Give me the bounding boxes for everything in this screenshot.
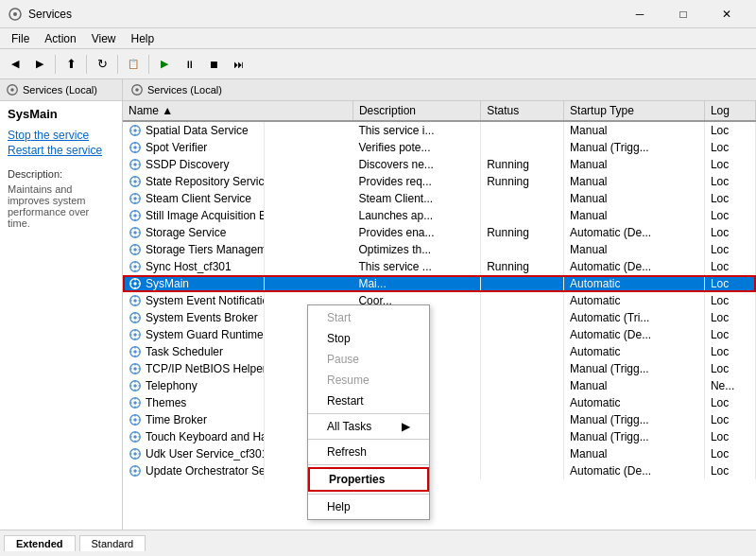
window-title: Services <box>28 8 618 21</box>
svg-point-115 <box>133 435 137 439</box>
table-row[interactable]: System Events BrokerCoor...Automatic (Tr… <box>123 309 756 326</box>
toolbar-pause[interactable]: ⏸ <box>178 53 200 76</box>
cell-log: Loc <box>704 326 755 343</box>
cell-log: Loc <box>704 428 755 445</box>
cell-description: This service i... <box>352 121 480 139</box>
service-name-text: Themes <box>146 396 186 409</box>
table-row[interactable]: System Event Notification S...Coor...Aut… <box>123 292 756 309</box>
table-row[interactable]: TCP/IP NetBIOS HelperProv...Manual (Trig… <box>123 360 756 377</box>
minimize-button[interactable]: ─ <box>618 0 662 28</box>
tab-extended[interactable]: Extended <box>4 535 76 551</box>
toolbar-properties[interactable]: 📋 <box>122 53 145 76</box>
toolbar-play[interactable]: ▶ <box>153 53 176 76</box>
table-row[interactable]: TelephonyProv...ManualNe... <box>123 377 756 394</box>
service-description: Description: Maintains and improves syst… <box>8 168 114 229</box>
status-bar: Extended Standard <box>0 530 756 556</box>
table-row[interactable]: System Guard Runtime Mon...Mon...Automat… <box>123 326 756 343</box>
col-name[interactable]: Name ▲ <box>123 101 352 121</box>
svg-point-91 <box>133 367 137 371</box>
table-row[interactable]: Task SchedulerEnal...AutomaticLoc <box>123 343 756 360</box>
context-menu-item-help[interactable]: Help <box>308 496 429 517</box>
cell-status <box>481 377 564 394</box>
stop-service-link[interactable]: Stop the service <box>8 129 114 142</box>
table-row[interactable]: Touch Keyboard and Handw...Enal...Manual… <box>123 428 756 445</box>
toolbar-sep3 <box>117 55 118 74</box>
table-row[interactable]: Udk User Service_cf301Shel...ManualLoc <box>123 445 756 462</box>
toolbar-back[interactable]: ◀ <box>4 53 26 76</box>
context-menu-item-restart[interactable]: Restart <box>308 391 429 411</box>
cell-description: Steam Client... <box>352 190 480 207</box>
cell-log: Loc <box>704 411 755 428</box>
context-menu-item-stop[interactable]: Stop <box>308 328 429 349</box>
cell-service-name: System Guard Runtime Mon... <box>123 326 265 343</box>
cell-status <box>481 394 564 411</box>
table-row[interactable]: Spot VerifierVerifies pote...Manual (Tri… <box>123 139 756 156</box>
cell-description: This service ... <box>352 258 480 275</box>
service-name-text: System Event Notification S... <box>146 294 265 307</box>
table-row[interactable]: Sync Host_cf301This service ...RunningAu… <box>123 258 756 275</box>
menu-action[interactable]: Action <box>37 30 83 47</box>
service-icon <box>129 311 142 324</box>
service-name-text: System Events Broker <box>146 311 258 324</box>
context-menu-item-all-tasks[interactable]: All Tasks▶ <box>308 416 429 437</box>
close-button[interactable]: ✕ <box>705 0 748 28</box>
services-table-wrapper[interactable]: Name ▲ Description Status Startup Type L… <box>123 101 756 530</box>
col-description[interactable]: Description <box>352 101 480 121</box>
cell-startup-type: Manual <box>564 156 705 173</box>
cell-service-name: SysMain <box>123 275 265 292</box>
cell-description: Optimizes th... <box>352 241 480 258</box>
cell-status <box>481 343 564 360</box>
cell-status: Running <box>481 173 564 190</box>
toolbar-restart[interactable]: ⏭ <box>227 53 249 76</box>
toolbar-stop[interactable]: ⏹ <box>202 53 225 76</box>
table-row[interactable]: Time BrokerCoor...Manual (Trigg...Loc <box>123 411 756 428</box>
cell-status <box>481 190 564 207</box>
table-row[interactable]: Storage Tiers ManagementOptimizes th...M… <box>123 241 756 258</box>
col-startup-type[interactable]: Startup Type <box>564 101 705 121</box>
context-menu-separator <box>308 494 429 495</box>
svg-point-43 <box>133 231 137 235</box>
col-log[interactable]: Log <box>704 101 755 121</box>
menu-view[interactable]: View <box>84 30 124 47</box>
svg-point-109 <box>133 418 137 422</box>
context-menu-item-refresh[interactable]: Refresh <box>308 442 429 462</box>
service-name-text: Spot Verifier <box>146 141 207 154</box>
restart-service-link[interactable]: Restart the service <box>8 144 114 157</box>
cell-status <box>481 292 564 309</box>
service-name-text: State Repository Service <box>146 175 265 188</box>
col-status[interactable]: Status <box>481 101 564 121</box>
table-row[interactable]: SysMainMai...AutomaticLoc <box>123 275 756 292</box>
cell-log: Loc <box>704 173 755 190</box>
toolbar-up[interactable]: ⬆ <box>60 53 82 76</box>
toolbar-refresh[interactable]: ↻ <box>91 53 113 76</box>
table-row[interactable]: Still Image Acquisition EventsLaunches a… <box>123 207 756 224</box>
context-menu-item-properties[interactable]: Properties <box>308 467 429 492</box>
title-bar: Services ─ □ ✕ <box>0 0 756 28</box>
table-row[interactable]: State Repository ServiceProvides req...R… <box>123 173 756 190</box>
table-row[interactable]: SSDP DiscoveryDiscovers ne...RunningManu… <box>123 156 756 173</box>
cell-log: Loc <box>704 207 755 224</box>
table-row[interactable]: Steam Client ServiceSteam Client...Manua… <box>123 190 756 207</box>
svg-point-19 <box>133 163 137 166</box>
svg-point-13 <box>133 146 137 149</box>
table-row[interactable]: Spatial Data ServiceThis service i...Man… <box>123 121 756 139</box>
cell-startup-type: Automatic (De... <box>564 326 705 343</box>
svg-point-127 <box>133 469 137 473</box>
cell-log: Loc <box>704 309 755 326</box>
service-icon <box>129 430 142 443</box>
menu-help[interactable]: Help <box>124 30 163 47</box>
left-panel-content: SysMain Stop the service Restart the ser… <box>0 101 122 235</box>
cell-log: Loc <box>704 275 755 292</box>
table-row[interactable]: Storage ServiceProvides ena...RunningAut… <box>123 224 756 241</box>
service-icon <box>129 192 142 205</box>
menu-file[interactable]: File <box>4 30 37 47</box>
cell-log: Loc <box>704 343 755 360</box>
table-row[interactable]: ThemesProv...AutomaticLoc <box>123 394 756 411</box>
toolbar-forward[interactable]: ▶ <box>28 53 51 76</box>
table-row[interactable]: Update Orchestrator ServiceMan...Automat… <box>123 462 756 479</box>
maximize-button[interactable]: □ <box>662 0 705 28</box>
right-panel: Services (Local) Name ▲ Description Stat… <box>123 79 756 530</box>
tab-standard[interactable]: Standard <box>79 535 146 551</box>
cell-log: Loc <box>704 139 755 156</box>
cell-startup-type: Manual (Trigg... <box>564 139 705 156</box>
